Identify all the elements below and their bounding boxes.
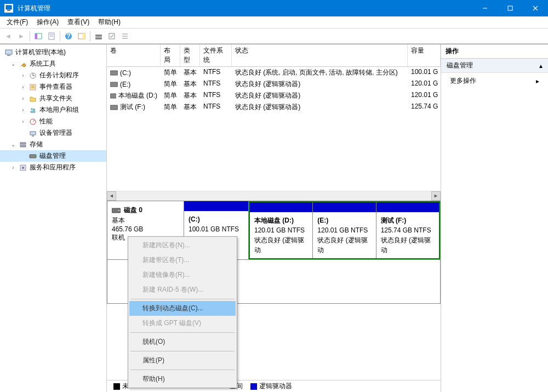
expand-icon[interactable]: › <box>20 118 26 124</box>
tree-label: 性能 <box>39 117 53 126</box>
expand-icon[interactable]: › <box>10 164 16 171</box>
collapse-icon[interactable]: ⌄ <box>10 61 16 67</box>
ctx-offline[interactable]: 脱机(O) <box>129 334 236 349</box>
forward-button[interactable]: ► <box>15 30 27 42</box>
partition-title: (C:) <box>189 215 200 223</box>
separator <box>30 31 30 41</box>
svg-rect-16 <box>95 37 102 39</box>
close-button[interactable] <box>523 0 548 16</box>
volume-list: 卷 布局 类型 文件系统 状态 容量 (C:)简单基本NTFS状态良好 (系统,… <box>107 44 441 201</box>
event-icon <box>28 83 37 92</box>
tree-device-manager[interactable]: 设备管理器 <box>0 127 106 139</box>
svg-point-29 <box>31 108 33 110</box>
expand-icon[interactable]: › <box>20 95 26 101</box>
scroll-right-button[interactable]: ► <box>431 191 441 201</box>
svg-rect-15 <box>95 35 102 37</box>
scroll-left-button[interactable]: ◄ <box>107 191 116 201</box>
partition-header <box>376 202 439 212</box>
help-icon[interactable]: ? <box>62 30 75 42</box>
partition-e[interactable]: (E:) 120.01 GB NTFS 状态良好 (逻辑驱动 <box>313 202 376 258</box>
expand-icon[interactable]: › <box>20 84 26 90</box>
col-layout[interactable]: 布局 <box>161 44 180 66</box>
list-icon[interactable] <box>119 30 131 42</box>
svg-rect-36 <box>20 143 26 144</box>
partition-title: 本地磁盘 (D:) <box>254 217 294 224</box>
h-scrollbar[interactable]: ◄ ► <box>107 191 441 200</box>
ctx-convert-dynamic[interactable]: 转换到动态磁盘(C)... <box>129 301 236 316</box>
tree-task-scheduler[interactable]: › 任务计划程序 <box>0 70 106 81</box>
tree-local-users[interactable]: › 本地用户和组 <box>0 104 106 116</box>
tree-label: 本地用户和组 <box>39 105 79 115</box>
window-controls <box>472 0 548 16</box>
partition-status: 状态良好 (逻辑驱动 <box>254 236 304 254</box>
tree-pane[interactable]: 计算机管理(本地) ⌄ 系统工具 › 任务计划程序 › 事件查看器 › 共享文件… <box>0 44 107 392</box>
tree-root[interactable]: 计算机管理(本地) <box>0 47 106 58</box>
tree-disk-management[interactable]: 磁盘管理 <box>0 150 106 162</box>
svg-rect-31 <box>30 111 36 113</box>
col-type[interactable]: 类型 <box>180 44 200 66</box>
minimize-button[interactable] <box>472 0 498 16</box>
col-status[interactable]: 状态 <box>232 44 408 66</box>
volume-row[interactable]: (E:)简单基本NTFS状态良好 (逻辑驱动器)120.01 G <box>107 78 441 90</box>
svg-rect-43 <box>110 82 118 87</box>
maximize-button[interactable] <box>498 0 523 16</box>
ctx-help[interactable]: 帮助(H) <box>129 372 236 387</box>
svg-rect-7 <box>35 33 37 39</box>
refresh-icon[interactable] <box>93 30 105 42</box>
ctx-properties[interactable]: 属性(P) <box>129 353 236 368</box>
disk-size: 465.76 GB <box>112 225 179 233</box>
expand-icon[interactable]: › <box>20 72 26 78</box>
svg-point-30 <box>33 109 35 111</box>
context-menu: 新建跨区卷(N)... 新建带区卷(T)... 新建镜像卷(R)... 新建 R… <box>128 236 237 388</box>
svg-rect-0 <box>6 5 12 9</box>
col-capacity[interactable]: 容量 <box>408 44 441 66</box>
ctx-new-raid5[interactable]: 新建 RAID-5 卷(W)... <box>129 282 236 297</box>
ctx-new-stripe[interactable]: 新建带区卷(T)... <box>129 253 236 268</box>
actions-section-label: 磁盘管理 <box>447 61 473 70</box>
menu-action[interactable]: 操作(A) <box>32 16 63 28</box>
volume-body[interactable]: (C:)简单基本NTFS状态良好 (系统, 启动, 页面文件, 活动, 故障转储… <box>107 67 441 191</box>
tree-label: 计算机管理(本地) <box>15 48 66 57</box>
ctx-new-mirror[interactable]: 新建镜像卷(R)... <box>129 268 236 282</box>
menu-help[interactable]: 帮助(H) <box>94 16 125 28</box>
volume-row[interactable]: (C:)简单基本NTFS状态良好 (系统, 启动, 页面文件, 活动, 故障转储… <box>107 67 441 78</box>
show-hide-console-tree-icon[interactable] <box>32 30 44 42</box>
disk-map: 磁盘 0 基本 465.76 GB 联机 (C:) 100.01 GB NTFS <box>107 201 441 392</box>
expand-icon[interactable]: › <box>20 107 26 113</box>
scroll-track[interactable] <box>116 191 431 201</box>
action-more[interactable]: 更多操作 ▸ <box>441 73 548 89</box>
partition-d[interactable]: 本地磁盘 (D:) 120.01 GB NTFS 状态良好 (逻辑驱动 <box>250 202 313 258</box>
ctx-convert-gpt[interactable]: 转换成 GPT 磁盘(V) <box>129 316 236 331</box>
tree-event-viewer[interactable]: › 事件查看器 <box>0 81 106 93</box>
wrench-icon <box>19 60 27 69</box>
tree-label: 事件查看器 <box>39 82 72 92</box>
disk-drive-icon <box>112 207 121 214</box>
storage-icon <box>19 140 27 149</box>
properties-icon[interactable] <box>45 30 58 42</box>
tree-storage[interactable]: ⌄ 存储 <box>0 139 106 150</box>
content: 计算机管理(本地) ⌄ 系统工具 › 任务计划程序 › 事件查看器 › 共享文件… <box>0 44 548 392</box>
collapse-icon[interactable]: ⌄ <box>10 141 16 147</box>
back-button[interactable]: ◄ <box>2 30 14 42</box>
tree-performance[interactable]: › 性能 <box>0 116 106 127</box>
col-fs[interactable]: 文件系统 <box>200 44 232 66</box>
col-volume[interactable]: 卷 <box>107 44 161 66</box>
actions-header: 操作 <box>441 44 548 59</box>
tree-shared-folders[interactable]: › 共享文件夹 <box>0 93 106 104</box>
toolbar: ◄ ► ? <box>0 29 548 44</box>
tree-system-tools[interactable]: ⌄ 系统工具 <box>0 58 106 70</box>
svg-rect-14 <box>83 33 85 39</box>
actions-section[interactable]: 磁盘管理 ▴ <box>441 59 548 73</box>
settings-icon[interactable] <box>106 30 118 42</box>
actions-pane: 操作 磁盘管理 ▴ 更多操作 ▸ <box>441 44 548 392</box>
tree-label: 系统工具 <box>30 59 56 69</box>
ctx-new-span[interactable]: 新建跨区卷(N)... <box>129 238 236 253</box>
separator <box>60 31 60 41</box>
volume-row[interactable]: 测试 (F:)简单基本NTFS状态良好 (逻辑驱动器)125.74 G <box>107 101 441 113</box>
menu-file[interactable]: 文件(F) <box>2 16 32 28</box>
volume-row[interactable]: 本地磁盘 (D:)简单基本NTFS状态良好 (逻辑驱动器)120.01 G <box>107 90 441 101</box>
action-pane-icon[interactable] <box>76 30 88 42</box>
partition-f[interactable]: 测试 (F:) 125.74 GB NTFS 状态良好 (逻辑驱动 <box>376 202 439 258</box>
tree-services[interactable]: › 服务和应用程序 <box>0 162 106 173</box>
menu-view[interactable]: 查看(V) <box>63 16 94 28</box>
